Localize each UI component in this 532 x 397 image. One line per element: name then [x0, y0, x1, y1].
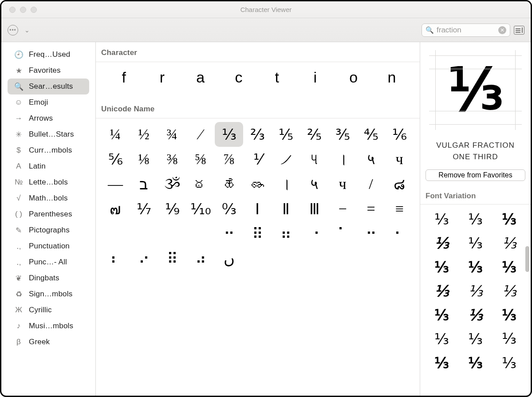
- unicode-cell[interactable]: ⠴: [186, 246, 215, 271]
- close-dot[interactable]: [9, 7, 16, 13]
- font-variation-cell[interactable]: ⅓: [493, 279, 526, 303]
- font-variation-cell[interactable]: ⅓: [425, 351, 458, 375]
- unicode-cell[interactable]: ⅓: [215, 122, 243, 147]
- sidebar-item-0[interactable]: 🕘Freq…Used: [1, 47, 95, 63]
- sidebar-item-6[interactable]: $Curr…mbols: [1, 142, 95, 158]
- unicode-cell[interactable]: [243, 246, 272, 271]
- char-cell[interactable]: c: [220, 65, 258, 90]
- unicode-cell[interactable]: ⅔: [243, 122, 272, 147]
- unicode-cell[interactable]: ⠶: [272, 221, 300, 246]
- sidebar-item-1[interactable]: ★Favorites: [1, 63, 95, 79]
- unicode-cell[interactable]: ב: [130, 172, 158, 197]
- unicode-cell[interactable]: Ⅱ: [272, 197, 300, 221]
- font-variation-cell[interactable]: ⅓: [458, 231, 492, 255]
- unicode-cell[interactable]: Ⅰ: [243, 197, 272, 221]
- font-variation-cell[interactable]: ⅓: [493, 207, 526, 231]
- font-variation-cell[interactable]: ⅓: [458, 255, 492, 279]
- font-variation-cell[interactable]: ⅓: [425, 279, 458, 303]
- sidebar-item-14[interactable]: ❦Dingbats: [1, 270, 95, 286]
- unicode-cell[interactable]: ⠿: [158, 246, 186, 271]
- unicode-cell[interactable]: ⅝: [186, 147, 215, 172]
- unicode-cell[interactable]: ¼: [101, 122, 130, 147]
- unicode-cell[interactable]: [328, 246, 357, 271]
- unicode-cell[interactable]: ୵: [272, 147, 300, 172]
- unicode-cell[interactable]: [357, 246, 385, 271]
- unicode-cell[interactable]: ५: [357, 147, 385, 172]
- unicode-cell[interactable]: ಹ: [215, 172, 243, 197]
- unicode-cell[interactable]: ⠁: [328, 221, 357, 246]
- font-variation-cell[interactable]: ⅓: [493, 255, 526, 279]
- unicode-cell[interactable]: ⅙: [385, 122, 414, 147]
- sidebar-item-2[interactable]: 🔍Sear…esults: [8, 79, 89, 94]
- unicode-cell[interactable]: ⠒: [215, 221, 243, 246]
- unicode-cell[interactable]: ⅘: [357, 122, 385, 147]
- font-variation-cell[interactable]: ⅓: [493, 327, 526, 351]
- char-cell[interactable]: i: [296, 65, 334, 90]
- font-variation-cell[interactable]: ⅓: [425, 303, 458, 327]
- char-cell[interactable]: t: [258, 65, 296, 90]
- unicode-cell[interactable]: [186, 221, 215, 246]
- sidebar-item-7[interactable]: ALatin: [1, 158, 95, 174]
- unicode-cell[interactable]: ୳: [300, 147, 328, 172]
- char-cell[interactable]: r: [143, 65, 181, 90]
- sidebar-item-16[interactable]: ЖCyrillic: [1, 302, 95, 318]
- clear-search-icon[interactable]: ✕: [498, 26, 506, 34]
- chevron-down-icon[interactable]: ⌄: [22, 25, 32, 35]
- unicode-cell[interactable]: −: [328, 197, 357, 221]
- unicode-cell[interactable]: ⁄: [186, 122, 215, 147]
- unicode-cell[interactable]: ।: [272, 172, 300, 197]
- unicode-cell[interactable]: ⅛: [130, 147, 158, 172]
- unicode-cell[interactable]: [272, 246, 300, 271]
- char-cell[interactable]: o: [335, 65, 373, 90]
- unicode-cell[interactable]: ๘: [385, 172, 414, 197]
- unicode-cell[interactable]: ⅞: [215, 147, 243, 172]
- unicode-cell[interactable]: ч: [328, 172, 357, 197]
- unicode-cell[interactable]: ⅕: [272, 122, 300, 147]
- sidebar-item-13[interactable]: ․,Punc…- All: [1, 254, 95, 270]
- zoom-dot[interactable]: [31, 7, 37, 13]
- unicode-cell[interactable]: —: [101, 172, 130, 197]
- remove-favorite-button[interactable]: Remove from Favorites: [426, 169, 525, 181]
- unicode-cell[interactable]: [385, 246, 414, 271]
- sidebar-item-17[interactable]: ♪Musi…mbols: [1, 318, 95, 334]
- unicode-cell[interactable]: ๗: [101, 197, 130, 221]
- font-variation-cell[interactable]: ⅓: [425, 231, 458, 255]
- font-variation-scroll[interactable]: ⅓⅓⅓⅓⅓⅓⅓⅓⅓⅓⅓⅓⅓⅓⅓⅓⅓⅓⅓⅓⅓: [420, 204, 531, 396]
- unicode-cell[interactable]: ⅚: [101, 147, 130, 172]
- unicode-cell[interactable]: ں: [215, 246, 243, 271]
- char-cell[interactable]: f: [105, 65, 143, 90]
- sidebar-item-15[interactable]: ♻Sign…mbols: [1, 286, 95, 302]
- unicode-cell[interactable]: ⠔: [130, 246, 158, 271]
- unicode-cell[interactable]: [130, 221, 158, 246]
- sidebar-item-10[interactable]: ( )Parentheses: [1, 206, 95, 222]
- sidebar-item-3[interactable]: ☺Emoji: [1, 94, 95, 110]
- unicode-cell[interactable]: ෬: [243, 172, 272, 197]
- font-variation-cell[interactable]: ⅓: [458, 303, 492, 327]
- scrollbar-thumb[interactable]: [525, 246, 529, 272]
- unicode-cell[interactable]: ¾: [158, 122, 186, 147]
- font-variation-cell[interactable]: ⅓: [425, 255, 458, 279]
- font-variation-cell[interactable]: ⅓: [493, 303, 526, 327]
- search-input[interactable]: 🔍 fraction ✕: [422, 24, 510, 37]
- unicode-cell[interactable]: ⅖: [300, 122, 328, 147]
- sidebar-item-5[interactable]: ✳Bullet…Stars: [1, 126, 95, 142]
- unicode-cell[interactable]: ≡: [385, 197, 414, 221]
- font-variation-cell[interactable]: ⅓: [425, 327, 458, 351]
- unicode-cell[interactable]: ч: [385, 147, 414, 172]
- char-cell[interactable]: n: [373, 65, 411, 90]
- minimize-dot[interactable]: [20, 7, 26, 13]
- sidebar-item-12[interactable]: ․,Punctuation: [1, 238, 95, 254]
- unicode-cell[interactable]: ↉: [215, 197, 243, 221]
- font-variation-cell[interactable]: ⅓: [458, 279, 492, 303]
- sidebar-item-11[interactable]: ✎Pictographs: [1, 222, 95, 238]
- unicode-cell[interactable]: =: [357, 197, 385, 221]
- font-variation-cell[interactable]: ⅓: [458, 327, 492, 351]
- font-variation-cell[interactable]: ⅓: [493, 231, 526, 255]
- unicode-cell[interactable]: ⅒: [186, 197, 215, 221]
- unicode-cell[interactable]: [158, 221, 186, 246]
- unicode-cell[interactable]: ⅗: [328, 122, 357, 147]
- sidebar-item-9[interactable]: √Math…bols: [1, 190, 95, 206]
- font-variation-cell[interactable]: ⅓: [458, 351, 492, 375]
- unicode-cell[interactable]: ૐ: [158, 172, 186, 197]
- unicode-cell[interactable]: ⅜: [158, 147, 186, 172]
